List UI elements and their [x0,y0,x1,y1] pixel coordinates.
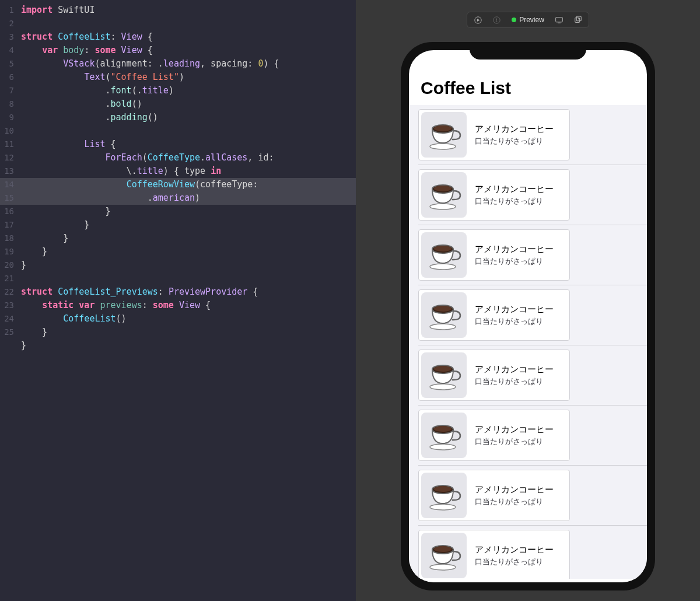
line-number: 11 [0,138,14,151]
code-line[interactable]: } [21,258,356,272]
live-indicator-icon [512,18,516,22]
code-line[interactable]: struct CoffeeList: View { [21,30,356,44]
line-number: 22 [0,285,14,299]
code-line[interactable]: } [21,205,356,218]
play-button[interactable] [471,13,485,26]
device-button[interactable] [552,13,566,26]
code-line[interactable]: } [21,232,356,245]
row-text: アメリカンコーヒー 口当たりがさっぱり [475,544,554,567]
code-line[interactable]: import SwiftUI [21,4,356,17]
code-line[interactable]: .bold() [21,97,356,111]
list-item[interactable]: アメリカンコーヒー 口当たりがさっぱり [409,225,647,285]
line-number: 10 [0,124,14,138]
preview-pane: i Preview Coffee List アメリカンコーヒー 口当たりがさっぱ… [356,0,700,601]
line-number: 12 [0,151,14,165]
svg-rect-4 [556,17,563,22]
code-line[interactable]: } [21,339,356,352]
code-line[interactable] [21,272,356,285]
line-number: 6 [0,71,14,84]
coffee-row-card[interactable]: アメリカンコーヒー 口当たりがさっぱり [418,289,570,341]
code-line[interactable]: static var previews: some View { [21,299,356,312]
code-line[interactable]: VStack(alignment: .leading, spacing: 0) … [21,57,356,71]
svg-rect-5 [558,22,561,23]
coffee-desc: 口当たりがさっぱり [475,436,554,447]
code-editor-pane: 1234567891011121314151617181920212223242… [0,0,356,601]
code-line[interactable]: Text("Coffee List") [21,71,356,84]
code-area[interactable]: import SwiftUI struct CoffeeList: View {… [21,4,356,352]
line-number: 16 [0,205,14,218]
line-number: 3 [0,30,14,44]
line-number: 9 [0,111,14,124]
duplicate-button[interactable] [571,13,585,26]
row-text: アメリカンコーヒー 口当たりがさっぱり [475,124,554,146]
code-line[interactable]: .font(.title) [21,84,356,97]
line-number: 24 [0,312,14,326]
coffee-icon [421,112,467,158]
line-number: 23 [0,299,14,312]
coffee-row-card[interactable]: アメリカンコーヒー 口当たりがさっぱり [418,229,570,281]
coffee-icon [421,292,467,338]
code-line[interactable]: CoffeeRowView(coffeeType: [21,178,356,191]
list-item[interactable]: アメリカンコーヒー 口当たりがさっぱり [409,165,647,225]
coffee-row-card[interactable]: アメリカンコーヒー 口当たりがさっぱり [418,169,570,221]
coffee-row-card[interactable]: アメリカンコーヒー 口当たりがさっぱり [418,470,570,521]
coffee-row-card[interactable]: アメリカンコーヒー 口当たりがさっぱり [418,530,570,579]
line-gutter: 1234567891011121314151617181920212223242… [0,0,18,601]
coffee-title: アメリカンコーヒー [475,304,554,315]
code-line[interactable]: .padding() [21,111,356,124]
coffee-desc: 口当たりがさっぱり [475,497,554,507]
phone-notch [470,42,586,60]
preview-status[interactable]: Preview [508,16,548,24]
code-line[interactable]: List { [21,138,356,151]
coffee-title: アメリカンコーヒー [475,424,554,435]
list-item[interactable]: アメリカンコーヒー 口当たりがさっぱり [409,466,647,525]
code-line[interactable]: } [21,245,356,258]
coffee-icon [421,232,467,278]
coffee-row-card[interactable]: アメリカンコーヒー 口当たりがさっぱり [418,410,570,461]
code-line[interactable] [21,124,356,138]
list-item[interactable]: アメリカンコーヒー 口当たりがさっぱり [409,526,647,579]
preview-toolbar: i Preview [467,12,589,28]
line-number: 15 [0,191,14,205]
list-item[interactable]: アメリカンコーヒー 口当たりがさっぱり [409,105,647,165]
code-line[interactable]: .american) [21,191,356,205]
code-line[interactable]: \.title) { type in [21,165,356,178]
coffee-row-card[interactable]: アメリカンコーヒー 口当たりがさっぱり [418,109,570,160]
coffee-icon [421,352,467,398]
code-line[interactable]: CoffeeList() [21,312,356,326]
preview-label: Preview [519,16,544,24]
svg-marker-1 [477,19,480,22]
row-text: アメリカンコーヒー 口当たりがさっぱり [475,244,554,267]
code-line[interactable]: } [21,218,356,232]
row-text: アメリカンコーヒー 口当たりがさっぱり [475,304,554,327]
code-line[interactable] [21,17,356,30]
coffee-title: アメリカンコーヒー [475,544,554,555]
svg-text:i: i [495,17,498,23]
list-item[interactable]: アメリカンコーヒー 口当たりがさっぱり [409,406,647,465]
coffee-desc: 口当たりがさっぱり [475,316,554,327]
line-number: 4 [0,44,14,57]
coffee-desc: 口当たりがさっぱり [475,136,554,146]
code-line[interactable]: var body: some View { [21,44,356,57]
info-button[interactable]: i [489,13,503,26]
code-line[interactable]: } [21,326,356,339]
row-text: アメリカンコーヒー 口当たりがさっぱり [475,184,554,207]
coffee-title: アメリカンコーヒー [475,364,554,375]
coffee-desc: 口当たりがさっぱり [475,557,554,567]
coffee-title: アメリカンコーヒー [475,244,554,255]
list-item[interactable]: アメリカンコーヒー 口当たりがさっぱり [409,285,647,345]
line-number: 7 [0,84,14,97]
row-text: アメリカンコーヒー 口当たりがさっぱり [475,424,554,447]
line-number: 14 [0,178,14,191]
list-item[interactable]: アメリカンコーヒー 口当たりがさっぱり [409,345,647,405]
coffee-row-card[interactable]: アメリカンコーヒー 口当たりがさっぱり [418,350,570,401]
code-line[interactable]: ForEach(CoffeeType.allCases, id: [21,151,356,165]
row-text: アメリカンコーヒー 口当たりがさっぱり [475,364,554,387]
line-number: 13 [0,165,14,178]
coffee-list[interactable]: アメリカンコーヒー 口当たりがさっぱり アメリカンコーヒー 口当たりがさっぱり … [409,105,647,579]
coffee-icon [421,172,467,218]
coffee-title: アメリカンコーヒー [475,184,554,195]
coffee-icon [421,413,467,458]
code-line[interactable]: struct CoffeeList_Previews: PreviewProvi… [21,285,356,299]
row-text: アメリカンコーヒー 口当たりがさっぱり [475,484,554,507]
